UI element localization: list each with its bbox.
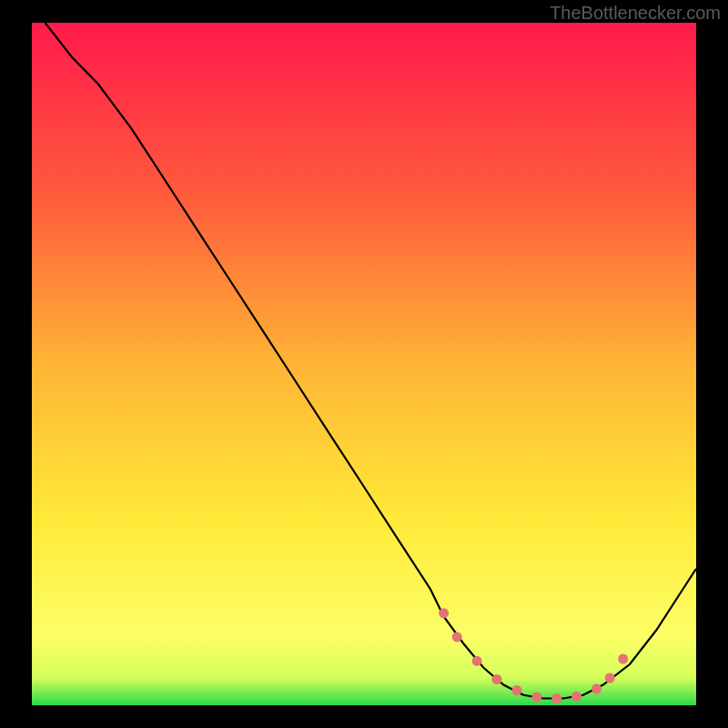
watermark-label: TheBottlenecker.com [550,3,721,24]
highlight-dot [551,693,561,703]
highlight-dot [452,632,462,642]
highlight-dot [492,674,502,684]
highlight-dot [571,692,581,702]
chart-plot-area [32,23,696,705]
gradient-background [32,23,696,705]
highlight-dot [605,673,615,683]
highlight-dot [531,693,541,703]
chart-svg [32,23,696,705]
highlight-dot [472,656,482,666]
highlight-dot [618,654,628,664]
highlight-dot [439,608,449,618]
highlight-dot [511,685,521,695]
highlight-dot [592,684,602,694]
